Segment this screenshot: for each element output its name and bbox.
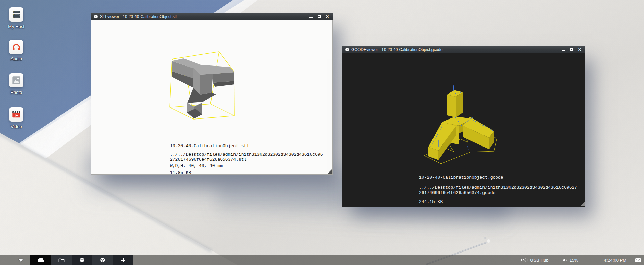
envelope-icon: [635, 258, 641, 262]
desktop-icon-label: Photo: [0, 90, 32, 95]
resize-grip[interactable]: [327, 169, 332, 174]
gcode-filepath: ../../Desktop/files/admin/inith31302d323…: [419, 185, 577, 196]
resize-grip[interactable]: [580, 202, 585, 206]
headphones-icon: [11, 42, 21, 52]
cloud-icon: [37, 257, 45, 263]
chevron-down-icon[interactable]: [18, 259, 23, 262]
plus-icon: [121, 258, 126, 263]
server-icon: [11, 10, 21, 19]
taskbar-app-strip: [30, 255, 133, 265]
maximize-button[interactable]: [570, 48, 573, 51]
desktop-icon-photo[interactable]: Photo: [0, 73, 32, 95]
desktop: My Host Audio Photo: [0, 0, 644, 265]
gcode-file-info: 10-20-40-CalibrationObject.gcode ../../D…: [419, 175, 577, 205]
stl-filepath: ../../Desktop/files/admin/inith31302d323…: [170, 152, 323, 162]
stl-filesize: 11.86 KB: [170, 170, 323, 175]
stl-dimensions: W,D,H: 40, 40, 40 mm: [170, 163, 323, 168]
window-title: STLviewer - 10-20-40-CalibrationObject.s…: [100, 14, 309, 19]
video-icon: [11, 110, 21, 119]
cube-icon: [94, 14, 98, 19]
desktop-icon-label: Video: [0, 124, 32, 129]
speaker-icon: [563, 258, 567, 262]
taskbar-app-cloud[interactable]: [30, 255, 51, 265]
desktop-icon-label: Audio: [0, 56, 32, 61]
taskbar-app-stlviewer[interactable]: [72, 255, 92, 265]
stl-object: [172, 58, 234, 118]
stl-viewer-window: STLviewer - 10-20-40-CalibrationObject.s…: [91, 13, 333, 175]
usb-label: USB Hub: [530, 258, 548, 263]
stl-filename: 10-20-40-CalibrationObject.stl: [170, 143, 323, 149]
cube-icon: [345, 47, 349, 52]
folder-icon: [58, 258, 65, 263]
usb-icon: [521, 258, 528, 262]
mail-tray-item[interactable]: [635, 258, 641, 262]
taskbar-app-gcodeviewer[interactable]: [92, 255, 113, 265]
desktop-icon-audio[interactable]: Audio: [0, 40, 32, 61]
photo-icon: [11, 76, 21, 85]
stl-titlebar[interactable]: STLviewer - 10-20-40-CalibrationObject.s…: [91, 13, 333, 20]
minimize-button[interactable]: [309, 17, 313, 18]
desktop-icon-my-host[interactable]: My Host: [0, 7, 32, 29]
volume-tray-item[interactable]: 15%: [563, 258, 578, 263]
stl-file-info: 10-20-40-CalibrationObject.stl ../../Des…: [170, 143, 323, 175]
cube-icon: [100, 257, 105, 263]
window-title: GCODEviewer - 10-20-40-CalibrationObject…: [351, 47, 562, 52]
close-button[interactable]: ✕: [578, 48, 581, 51]
taskbar: USB Hub 15% 4:24:00 PM: [0, 255, 644, 265]
gcode-filename: 10-20-40-CalibrationObject.gcode: [419, 175, 577, 180]
gcode-titlebar[interactable]: GCODEviewer - 10-20-40-CalibrationObject…: [342, 46, 585, 53]
gcode-viewer-window: GCODEviewer - 10-20-40-CalibrationObject…: [342, 46, 585, 207]
close-button[interactable]: ✕: [326, 15, 329, 18]
gcode-filesize: 244.15 KB: [419, 199, 577, 205]
gcode-object: [428, 90, 494, 160]
taskbar-app-add[interactable]: [113, 255, 133, 265]
taskbar-app-files[interactable]: [51, 255, 72, 265]
desktop-icon-label: My Host: [0, 24, 32, 29]
usb-tray-item[interactable]: USB Hub: [521, 258, 548, 263]
cube-icon: [79, 257, 85, 263]
clock[interactable]: 4:24:00 PM: [604, 258, 627, 263]
maximize-button[interactable]: [318, 15, 321, 18]
desktop-icon-video[interactable]: Video: [0, 107, 32, 129]
minimize-button[interactable]: [562, 50, 565, 51]
system-tray: USB Hub 15% 4:24:00 PM: [521, 255, 644, 265]
volume-label: 15%: [569, 258, 578, 263]
